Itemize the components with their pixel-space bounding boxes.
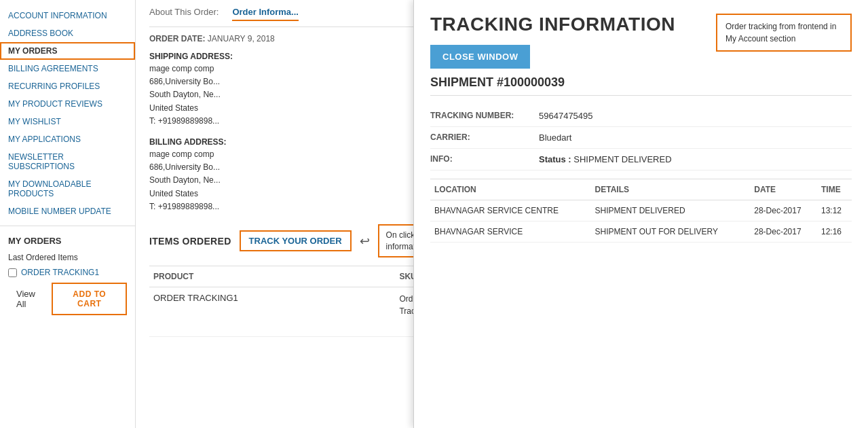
tracking-number-label: TRACKING NUMBER: bbox=[430, 111, 539, 121]
tracking-panel: TRACKING INFORMATION Order tracking from… bbox=[413, 0, 868, 428]
carrier-label: CARRIER: bbox=[430, 132, 539, 143]
carrier-value: Bluedart bbox=[539, 132, 852, 143]
sidebar-item-my-applications[interactable]: MY APPLICATIONS bbox=[0, 130, 135, 148]
tracking-row-1: BHAVNAGAR SERVICE CENTRE SHIPMENT DELIVE… bbox=[430, 200, 852, 221]
date-2: 28-Dec-2017 bbox=[750, 221, 817, 243]
sidebar-item-my-orders[interactable]: MY ORDERS bbox=[0, 42, 135, 60]
order-date-value: JANUARY 9, 2018 bbox=[208, 34, 275, 43]
sidebar: ACCOUNT INFORMATION ADDRESS BOOK MY ORDE… bbox=[0, 0, 136, 428]
col-date: DATE bbox=[750, 179, 817, 200]
info-label: INFO: bbox=[430, 154, 539, 164]
col-product: PRODUCT bbox=[149, 266, 395, 287]
sidebar-bottom: View All ADD TO CART bbox=[0, 280, 135, 321]
details-1: SHIPMENT DELIVERED bbox=[591, 200, 751, 221]
sidebar-item-address-book[interactable]: ADDRESS BOOK bbox=[0, 24, 135, 42]
carrier-row: CARRIER: Bluedart bbox=[430, 127, 852, 149]
sidebar-item-account-information[interactable]: ACCOUNT INFORMATION bbox=[0, 7, 135, 24]
col-details: DETAILS bbox=[591, 179, 751, 200]
details-2: SHIPMENT OUT FOR DELIVERY bbox=[591, 221, 751, 243]
sidebar-divider bbox=[0, 226, 135, 226]
sidebar-item-my-wishlist[interactable]: MY WISHLIST bbox=[0, 113, 135, 130]
col-location: LOCATION bbox=[430, 179, 591, 200]
close-window-button[interactable]: CLOSE WINDOW bbox=[430, 45, 530, 69]
shipment-number: SHIPMENT #100000039 bbox=[430, 75, 852, 96]
items-ordered-title: ITEMS ORDERED bbox=[149, 236, 231, 247]
status-label: Status : bbox=[539, 154, 571, 164]
sidebar-item-product-reviews[interactable]: MY PRODUCT REVIEWS bbox=[0, 95, 135, 113]
sidebar-order-item-row[interactable]: ORDER TRACKING1 bbox=[0, 265, 135, 280]
sidebar-item-mobile-update[interactable]: MOBILE NUMBER UPDATE bbox=[0, 202, 135, 220]
location-1: BHAVNAGAR SERVICE CENTRE bbox=[430, 200, 591, 221]
add-to-cart-button[interactable]: ADD TO CART bbox=[52, 283, 127, 315]
time-2: 12:16 bbox=[817, 221, 852, 243]
track-order-button[interactable]: TRACK YOUR ORDER bbox=[240, 230, 352, 251]
order-info-tab[interactable]: Order Informa... bbox=[232, 7, 299, 21]
time-1: 13:12 bbox=[817, 200, 852, 221]
view-all-link[interactable]: View All bbox=[8, 285, 52, 313]
sidebar-item-newsletter[interactable]: NEWSLETTER SUBSCRIPTIONS bbox=[0, 148, 135, 175]
order-date-label: ORDER DATE: bbox=[149, 34, 205, 43]
tracking-row-2: BHAVNAGAR SERVICE SHIPMENT OUT FOR DELIV… bbox=[430, 221, 852, 243]
product-name: ORDER TRACKING1 bbox=[153, 293, 238, 303]
sidebar-last-ordered: Last Ordered Items bbox=[0, 250, 135, 265]
info-row: INFO: Status : SHIPMENT DELIVERED bbox=[430, 149, 852, 171]
about-order-label: About This Order: bbox=[149, 7, 219, 17]
sidebar-my-orders-title: MY ORDERS bbox=[0, 232, 135, 250]
sidebar-item-billing-agreements[interactable]: BILLING AGREEMENTS bbox=[0, 60, 135, 77]
tracking-table: LOCATION DETAILS DATE TIME BHAVNAGAR SER… bbox=[430, 179, 852, 243]
order-item-checkbox[interactable] bbox=[8, 268, 17, 277]
tracking-annotation: Order tracking from frontend in My Accou… bbox=[716, 14, 852, 52]
location-2: BHAVNAGAR SERVICE bbox=[430, 221, 591, 243]
sidebar-item-downloadable[interactable]: MY DOWNLOADABLE PRODUCTS bbox=[0, 175, 135, 202]
product-cell: ORDER TRACKING1 bbox=[149, 287, 395, 337]
arrow-icon: ↩ bbox=[360, 234, 370, 249]
date-1: 28-Dec-2017 bbox=[750, 200, 817, 221]
tracking-number-value: 59647475495 bbox=[539, 111, 852, 121]
status-value: SHIPMENT DELIVERED bbox=[573, 154, 671, 164]
status-text: Status : SHIPMENT DELIVERED bbox=[539, 154, 852, 164]
tracking-header-row: LOCATION DETAILS DATE TIME bbox=[430, 179, 852, 200]
main-content: About This Order: Order Informa... ORDER… bbox=[136, 0, 868, 428]
order-item-label: ORDER TRACKING1 bbox=[21, 268, 99, 277]
col-time: TIME bbox=[817, 179, 852, 200]
sidebar-item-recurring-profiles[interactable]: RECURRING PROFILES bbox=[0, 77, 135, 95]
tracking-number-row: TRACKING NUMBER: 59647475495 bbox=[430, 105, 852, 127]
